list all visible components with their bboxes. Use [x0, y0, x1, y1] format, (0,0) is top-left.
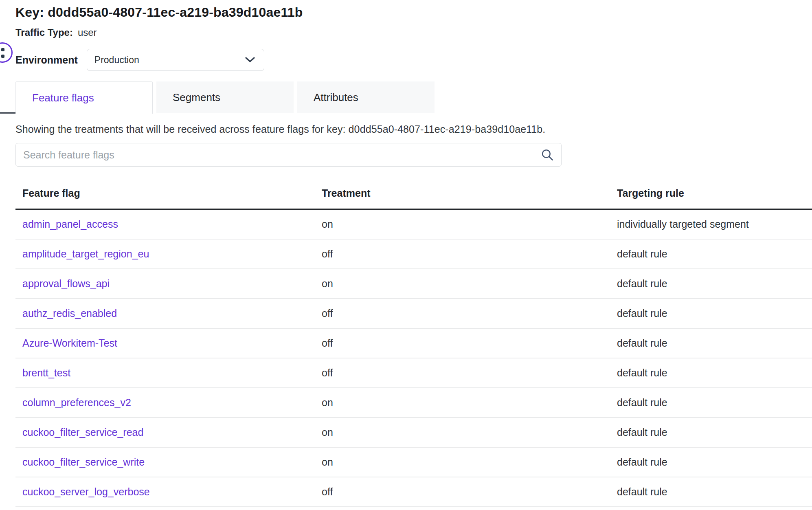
targeting-rule-value: default rule: [617, 308, 812, 319]
feature-flag-link[interactable]: cuckoo_filter_service_write: [22, 456, 145, 468]
table-row: authz_redis_enabled off default rule: [15, 299, 812, 329]
table-row: cuckoo_filter_service_read on default ru…: [15, 418, 812, 448]
table-row: approval_flows_api on default rule: [15, 269, 812, 299]
feature-flag-link[interactable]: cuckoo_filter_service_read: [22, 426, 143, 438]
widget-dot-icon: [1, 55, 4, 58]
treatment-value: off: [322, 308, 617, 319]
tab-segments[interactable]: Segments: [156, 81, 294, 113]
traffic-type-row: Traffic Type:user: [15, 27, 303, 38]
tab-attributes[interactable]: Attributes: [297, 81, 435, 113]
tab-label: Attributes: [314, 91, 358, 104]
table-row: Azure-Workitem-Test off default rule: [15, 329, 812, 358]
tab-strip: Feature flags Segments Attributes: [0, 81, 812, 113]
feature-flag-link[interactable]: amplitude_target_region_eu: [22, 248, 149, 259]
treatments-description: Showing the treatments that will be rece…: [15, 123, 545, 135]
table-header-row: Feature flag Treatment Targeting rule: [15, 178, 812, 210]
targeting-rule-value: default rule: [617, 367, 812, 379]
column-header-feature-flag: Feature flag: [15, 187, 322, 199]
feature-flag-link[interactable]: authz_redis_enabled: [22, 308, 117, 319]
environment-label: Environment: [15, 54, 78, 66]
treatment-value: off: [322, 486, 617, 498]
search-icon: [541, 149, 553, 161]
treatment-value: on: [322, 218, 617, 230]
feature-flag-link[interactable]: Azure-Workitem-Test: [22, 337, 117, 349]
treatment-value: off: [322, 337, 617, 349]
column-header-treatment: Treatment: [322, 187, 617, 199]
column-header-targeting-rule: Targeting rule: [617, 187, 812, 199]
chevron-down-icon: [245, 57, 255, 63]
traffic-type-value: user: [78, 27, 97, 38]
treatment-value: on: [322, 278, 617, 290]
feature-flag-link[interactable]: brentt_test: [22, 367, 70, 378]
targeting-rule-value: default rule: [617, 397, 812, 409]
tab-strip-left-edge: [0, 112, 15, 114]
tab-label: Segments: [173, 91, 220, 104]
feature-flag-link[interactable]: column_preferences_v2: [22, 397, 131, 408]
table-row: brentt_test off default rule: [15, 358, 812, 388]
treatment-value: off: [322, 367, 617, 379]
targeting-rule-value: default rule: [617, 248, 812, 260]
targeting-rule-value: default rule: [617, 278, 812, 290]
feature-flags-table: Feature flag Treatment Targeting rule ad…: [15, 178, 812, 507]
page-title: Key: d0dd55a0-4807-11ec-a219-ba39d10ae11…: [15, 5, 303, 20]
environment-select[interactable]: Production: [87, 49, 264, 71]
table-row: cuckoo_server_log_verbose off default ru…: [15, 477, 812, 507]
environment-selected-value: Production: [94, 55, 139, 66]
search-input[interactable]: [15, 143, 562, 167]
feature-flag-link[interactable]: cuckoo_server_log_verbose: [22, 486, 150, 497]
floating-widget-icon[interactable]: [0, 42, 13, 63]
treatment-value: on: [322, 397, 617, 409]
targeting-rule-value: default rule: [617, 426, 812, 438]
table-row: amplitude_target_region_eu off default r…: [15, 240, 812, 269]
tab-label: Feature flags: [32, 92, 94, 104]
tab-feature-flags[interactable]: Feature flags: [15, 81, 153, 114]
widget-dot-icon: [1, 48, 4, 51]
feature-flag-link[interactable]: admin_panel_access: [22, 218, 118, 230]
targeting-rule-value: default rule: [617, 486, 812, 498]
treatment-value: on: [322, 426, 617, 438]
targeting-rule-value: default rule: [617, 456, 812, 468]
treatment-value: off: [322, 248, 617, 260]
treatments-page: Key: d0dd55a0-4807-11ec-a219-ba39d10ae11…: [0, 0, 812, 510]
table-row: cuckoo_filter_service_write on default r…: [15, 448, 812, 477]
feature-flag-link[interactable]: approval_flows_api: [22, 278, 110, 289]
targeting-rule-value: default rule: [617, 337, 812, 349]
table-row: admin_panel_access on individually targe…: [15, 210, 812, 240]
targeting-rule-value: individually targeted segment: [617, 218, 812, 230]
table-row: column_preferences_v2 on default rule: [15, 388, 812, 418]
treatment-value: on: [322, 456, 617, 468]
traffic-type-label: Traffic Type:: [15, 27, 73, 38]
